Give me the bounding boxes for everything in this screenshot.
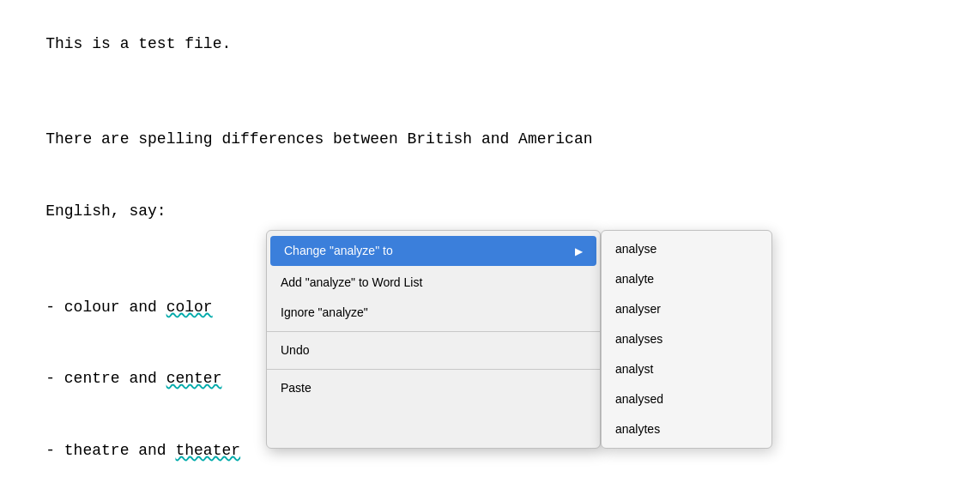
context-menu[interactable]: Change "analyze" to ▶ Add "analyze" to W… bbox=[266, 230, 601, 449]
menu-separator bbox=[267, 331, 600, 332]
menu-item-ignore[interactable]: Ignore "analyze" bbox=[267, 298, 600, 328]
misspelled-word: center bbox=[166, 370, 222, 387]
editor-line: There are spelling differences between B… bbox=[9, 105, 971, 177]
menu-item-label: Paste bbox=[281, 379, 312, 397]
editor-line bbox=[9, 81, 971, 105]
editor-line: This is a test file. bbox=[9, 9, 971, 81]
menu-item-add[interactable]: Add "analyze" to Word List bbox=[267, 268, 600, 298]
submenu-item-analyst[interactable]: analyst bbox=[602, 354, 771, 384]
menu-item-paste[interactable]: Paste bbox=[267, 373, 600, 403]
menu-item-change[interactable]: Change "analyze" to ▶ bbox=[270, 236, 596, 266]
menu-item-label: Ignore "analyze" bbox=[281, 304, 368, 322]
menu-item-label: Add "analyze" to Word List bbox=[281, 274, 422, 292]
menu-item-label: Change "analyze" to bbox=[284, 242, 393, 260]
submenu[interactable]: analyse analyte analyser analyses analys… bbox=[601, 230, 772, 449]
submenu-item-analyses[interactable]: analyses bbox=[602, 324, 771, 354]
misspelled-word: color bbox=[166, 299, 213, 316]
menu-item-undo[interactable]: Undo bbox=[267, 335, 600, 365]
submenu-item-analysed[interactable]: analysed bbox=[602, 384, 771, 414]
menu-separator bbox=[267, 369, 600, 370]
misspelled-word: theater bbox=[175, 442, 240, 459]
submenu-item-analyte[interactable]: analyte bbox=[602, 264, 771, 294]
menu-item-label: Undo bbox=[281, 341, 309, 359]
arrow-right-icon: ▶ bbox=[575, 244, 583, 259]
submenu-item-analytes[interactable]: analytes bbox=[602, 414, 771, 444]
context-menu-wrapper: Change "analyze" to ▶ Add "analyze" to W… bbox=[266, 230, 772, 449]
submenu-item-analyser[interactable]: analyser bbox=[602, 294, 771, 324]
submenu-item-analyse[interactable]: analyse bbox=[602, 234, 771, 264]
